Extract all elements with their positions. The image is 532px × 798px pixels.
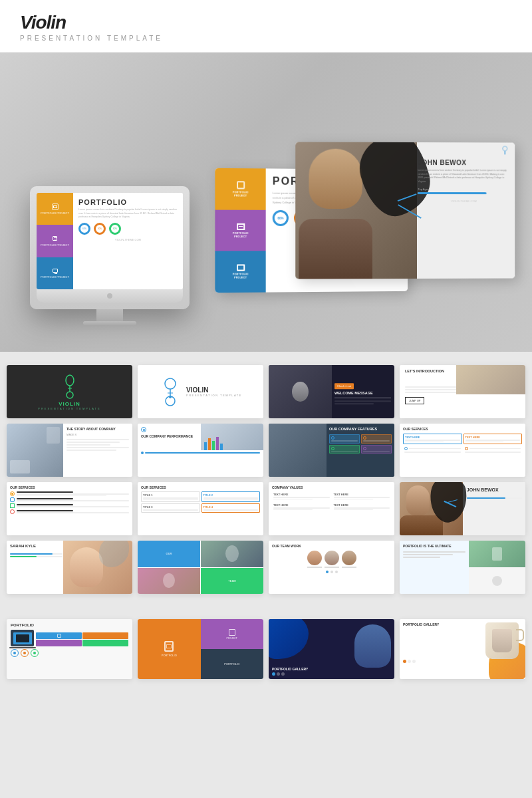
t15-title: OUR TEAM WORK [272, 544, 391, 548]
t10-title: OUR SERVICES [141, 485, 260, 489]
circle-3: 60% [109, 223, 121, 235]
thumbnail-row-4: SARAH KYLE OUR [7, 541, 525, 594]
bottom-gallery-blue[interactable]: PORTFOLIO GALLERY [269, 619, 394, 679]
thumbnail-row-2: THE STORY ABOUT COMPANY MAGE 6 [7, 424, 525, 477]
t5-title: THE STORY ABOUT COMPANY [66, 427, 129, 432]
thumbnail-performance[interactable]: OUR COMPANY PERFORMANCE [138, 424, 263, 477]
bottom-portfolio-laptop[interactable]: PORTFOLIO [7, 619, 132, 679]
thumbnail-sarah-kyle[interactable]: SARAH KYLE [7, 541, 132, 594]
thumbnail-services3[interactable]: OUR SERVICES TITLE 1 TITLE 2 [138, 482, 263, 535]
t13-title: SARAH KYLE [10, 544, 63, 548]
thumbnail-introduction[interactable]: LET'S INTRODUCTION JUMP UP [400, 365, 525, 418]
t11-title: COMPANY VALUES [272, 485, 391, 489]
monitor-portfolio-title: PORTFOLIO [78, 198, 178, 206]
monitor: PORTFOLIO PROJECT PORTFOLIO PROJECT [30, 186, 190, 325]
monitor-dot [107, 293, 112, 299]
thumbnail-services-list[interactable]: OUR SERVICES TEXT HERE TEXT HERE [400, 424, 525, 477]
monitor-box3-label: PORTFOLIO PROJECT [41, 275, 69, 279]
john-website: VIOLIN-THEME.COM [418, 200, 509, 203]
brand-subtitle: PRESENTATION TEMPLATE [20, 35, 512, 42]
svg-point-4 [165, 378, 176, 389]
thumbnail-welcome[interactable]: Check it out WELCOME MESSAGE [269, 365, 394, 418]
monitor-portfolio-text: Lorem ipsum comes from sections Contrary… [78, 208, 178, 219]
monitor-base [83, 321, 136, 325]
t12-john-name: JOHN BEWOX [467, 487, 522, 492]
monitor-stand [96, 309, 123, 321]
thumbnail-violin-circle[interactable]: VIOLIN PRESENTATION TEMPLATE [138, 365, 263, 418]
t1-subtitle: PRESENTATION TEMPLATE [38, 407, 100, 410]
violin-icon [60, 374, 80, 399]
thumbnail-row-3: OUR SERVICES [7, 482, 525, 535]
thumbnail-services2[interactable]: OUR SERVICES [7, 482, 132, 535]
thumbnail-values[interactable]: COMPANY VALUES TEXT HERE TEXT HERE TEXT … [269, 482, 394, 535]
bottom-section: PORTFOLIO [0, 612, 532, 686]
thumbnails-section: VIOLIN PRESENTATION TEMPLATE VIOLIN [0, 352, 532, 612]
thumbnail-dark-violin[interactable]: VIOLIN PRESENTATION TEMPLATE [7, 365, 132, 418]
t8-title: OUR SERVICES [403, 427, 522, 431]
bottom-thumbnail-row: PORTFOLIO [7, 619, 525, 679]
hero-inner: PORTFOLIO PROJECT PORTFOLIO PROJECT [17, 72, 515, 325]
bottom-gallery-orange[interactable]: PORTFOLIO GALLERY [400, 619, 525, 679]
circle-1: 60% [78, 223, 90, 235]
circle-2: 90% [94, 223, 106, 235]
t2-title: VIOLIN [186, 386, 242, 394]
t9-title: OUR SERVICES [10, 485, 129, 489]
john-name: JOHN BEWOX [418, 159, 509, 166]
t5-subtitle: MAGE 6 [66, 433, 129, 436]
bottom-portfolio-color[interactable]: PORTFOLIO PROJECT PORTFOLIO [138, 619, 263, 679]
violin-circle-icon [159, 377, 182, 407]
thumbnail-portfolio-ultimate[interactable]: PORTFOLIO IS THE ULTIMATE [400, 541, 525, 594]
thumbnail-story[interactable]: THE STORY ABOUT COMPANY MAGE 6 [7, 424, 132, 477]
thumbnail-our-team[interactable]: OUR TEAM [138, 541, 263, 594]
welcome-badge: Check it out [337, 384, 351, 388]
brand-title: Violin [20, 12, 512, 33]
t2-subtitle: PRESENTATION TEMPLATE [186, 394, 242, 397]
b1-title: PORTFOLIO [11, 623, 128, 627]
slide-john-bewox: JOHN BEWOX Lorem ipsum comes from sectio… [295, 142, 515, 279]
header: Violin PRESENTATION TEMPLATE [0, 0, 532, 53]
t3-title: WELCOME MESSAGE [334, 391, 391, 395]
thumbnail-row-1: VIOLIN PRESENTATION TEMPLATE VIOLIN [7, 365, 525, 418]
t16-title: PORTFOLIO IS THE ULTIMATE [403, 544, 466, 549]
thumbnail-teamwork[interactable]: OUR TEAM WORK [269, 541, 394, 594]
monitor-box2-label: PORTFOLIO PROJECT [41, 243, 69, 247]
monitor-box1-label: PORTFOLIO PROJECT [41, 211, 69, 215]
svg-point-2 [66, 392, 73, 398]
t7-title: OUR COMPANY FEATURES [329, 427, 392, 432]
svg-point-7 [169, 396, 172, 398]
hero-section: PORTFOLIO PROJECT PORTFOLIO PROJECT [0, 53, 532, 352]
t1-title: VIOLIN [59, 401, 80, 407]
svg-point-0 [66, 375, 74, 386]
thumbnail-features[interactable]: OUR COMPANY FEATURES [269, 424, 394, 477]
b3-title: PORTFOLIO GALLERY [272, 667, 394, 671]
portfolio-circle1: 60% [273, 210, 289, 226]
thumbnail-john-bewox[interactable]: JOHN BEWOX [400, 482, 525, 535]
monitor-website: VIOLIN-THEME.COM [78, 238, 178, 241]
john-text: Lorem ipsum comes from section Contrary … [418, 169, 509, 184]
